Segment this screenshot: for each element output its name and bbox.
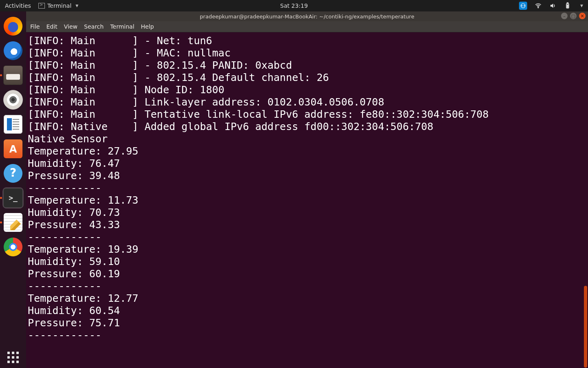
terminal-menubar: File Edit View Search Terminal Help <box>26 21 588 32</box>
menu-file[interactable]: File <box>30 23 40 30</box>
chevron-down-icon: ▼ <box>76 4 78 8</box>
app-menu-label: Terminal <box>47 2 71 9</box>
window-maximize-button[interactable]: ▢ <box>570 13 577 19</box>
libreoffice-writer-icon <box>4 115 22 134</box>
thunderbird-icon <box>4 41 22 60</box>
menu-view[interactable]: View <box>64 23 78 30</box>
show-applications-button[interactable] <box>7 352 19 363</box>
window-title: pradeepkumar@pradeepkumar-MacBookAir: ~/… <box>200 13 414 20</box>
running-indicator-icon <box>0 74 2 76</box>
rhythmbox-icon <box>3 90 23 110</box>
window-close-button[interactable]: ✕ <box>579 13 586 19</box>
window-titlebar[interactable]: pradeepkumar@pradeepkumar-MacBookAir: ~/… <box>26 11 588 21</box>
dock-firefox[interactable] <box>2 16 24 37</box>
dock-thunderbird[interactable] <box>2 40 24 61</box>
ubuntu-software-icon <box>4 139 22 158</box>
help-icon <box>4 164 22 183</box>
terminal-output[interactable]: [INFO: Main ] - Net: tun6 [INFO: Main ] … <box>26 32 588 368</box>
svg-rect-3 <box>567 3 568 4</box>
terminal-icon <box>3 188 23 208</box>
dock-text-editor[interactable] <box>2 212 24 233</box>
system-menu-chevron-icon[interactable]: ▼ <box>580 4 583 8</box>
terminal-icon <box>38 3 45 9</box>
running-indicator-icon <box>0 222 2 224</box>
dock-files[interactable] <box>2 65 24 86</box>
volume-icon[interactable] <box>549 2 557 9</box>
files-icon <box>3 65 23 85</box>
gnome-top-panel: Activities Terminal ▼ Sat 23:19 ▼ <box>0 0 588 11</box>
wifi-icon[interactable] <box>535 2 542 9</box>
ubuntu-dock <box>0 11 26 368</box>
dock-help[interactable] <box>2 163 24 184</box>
dock-ubuntu-software[interactable] <box>2 138 24 159</box>
chrome-icon <box>4 238 22 256</box>
battery-icon[interactable] <box>564 2 571 9</box>
svg-point-1 <box>538 7 539 8</box>
svg-rect-4 <box>567 5 568 8</box>
running-indicator-icon <box>0 197 2 199</box>
app-menu[interactable]: Terminal ▼ <box>38 2 78 9</box>
firefox-icon <box>4 17 22 36</box>
dock-rhythmbox[interactable] <box>2 89 24 110</box>
dock-terminal[interactable] <box>2 187 24 209</box>
text-editor-icon <box>4 213 22 232</box>
dock-libreoffice-writer[interactable] <box>2 114 24 135</box>
dock-chrome[interactable] <box>2 236 24 258</box>
teamviewer-indicator-icon[interactable] <box>519 2 527 10</box>
menu-edit[interactable]: Edit <box>46 23 57 30</box>
window-minimize-button[interactable]: – <box>561 13 568 19</box>
menu-help[interactable]: Help <box>141 23 154 30</box>
activities-button[interactable]: Activities <box>5 2 31 9</box>
menu-search[interactable]: Search <box>84 23 104 30</box>
terminal-window: pradeepkumar@pradeepkumar-MacBookAir: ~/… <box>26 11 588 368</box>
clock[interactable]: Sat 23:19 <box>280 2 308 9</box>
menu-terminal[interactable]: Terminal <box>110 23 134 30</box>
